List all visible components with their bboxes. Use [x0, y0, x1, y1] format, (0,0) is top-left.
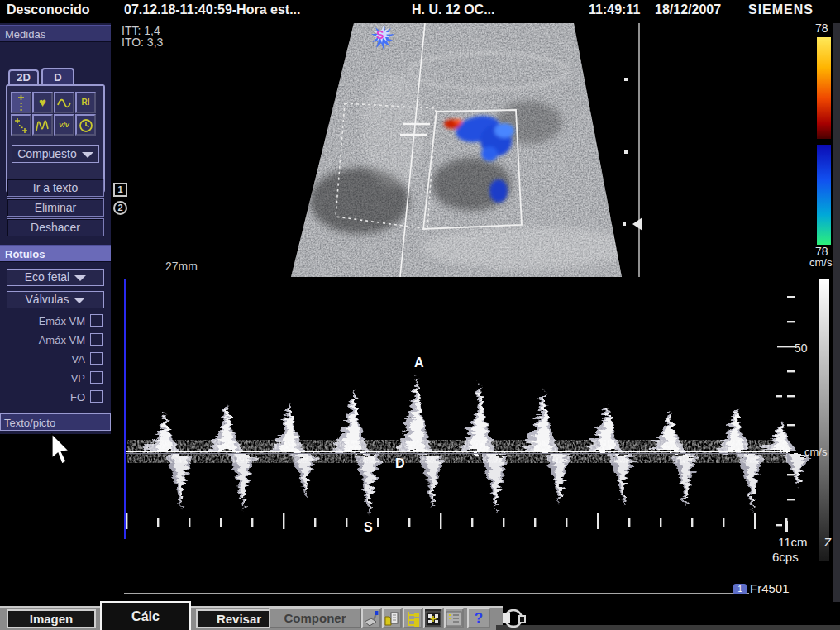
ri-icon: RI: [82, 98, 90, 107]
patient-name: Desconocido: [7, 2, 89, 17]
depth-mark-label: 27mm: [165, 260, 198, 273]
tab-doppler[interactable]: D: [41, 68, 74, 86]
bmode-image: [281, 23, 653, 278]
help-button[interactable]: ?: [467, 608, 490, 628]
trace-points-icon: [14, 117, 28, 134]
list-icon: [446, 610, 462, 628]
headset-button[interactable]: [499, 609, 527, 630]
velocity-tool-button[interactable]: [54, 92, 74, 113]
frame-number: Fr4501: [750, 581, 790, 595]
step-2-icon: 2: [113, 201, 127, 215]
measures-header: Medidas: [0, 25, 111, 42]
help-icon: ?: [475, 610, 483, 626]
goto-text-button[interactable]: Ir a texto: [7, 179, 104, 197]
bottom-strip: [496, 625, 840, 630]
stamp-icon: [363, 610, 379, 628]
tree-button[interactable]: [403, 608, 422, 628]
vv-ratio-icon: v/v: [59, 121, 69, 129]
clock-tool-button[interactable]: [75, 114, 96, 136]
velocity-scale-label: 50: [795, 341, 808, 355]
a-wave-label: A: [414, 356, 424, 370]
d-wave-label: D: [395, 456, 405, 471]
grayscale-bar: [819, 279, 829, 561]
color-scale-positive: [817, 37, 831, 139]
spectral-unit-label: cm/s: [804, 446, 827, 458]
caliper-tool-button[interactable]: [11, 92, 31, 113]
orientation-label: S: [376, 28, 384, 41]
compound-dropdown[interactable]: Compuesto: [12, 145, 99, 163]
clock-time: 11:49:11: [589, 2, 640, 17]
depth-readout: 11cm: [778, 535, 808, 549]
tab-imagen[interactable]: Imagen: [7, 609, 96, 628]
spectral-display: [0, 273, 840, 577]
color-scale-unit: cm/s: [809, 256, 832, 269]
list-button[interactable]: [444, 608, 464, 628]
hospital-name: H. U. 12 OC...: [412, 2, 494, 17]
frame-badge: 1: [733, 584, 747, 594]
mouse-cursor: [50, 433, 74, 466]
caliper-icon: [15, 95, 27, 112]
sweep-start-line: [124, 279, 126, 539]
undo-button[interactable]: Deshacer: [7, 218, 104, 236]
compound-dropdown-label: Compuesto: [17, 147, 77, 160]
brand-logo: SIEMENS: [748, 2, 814, 17]
step-1-icon: 1: [113, 183, 127, 197]
tree-icon: [404, 610, 421, 628]
heart-icon: ♥: [39, 95, 46, 109]
screen-edge: [833, 23, 840, 602]
vv-tool-button[interactable]: v/v: [54, 114, 74, 136]
study-id: 07.12.18-11:40:59-Hora est...: [124, 2, 300, 17]
tab-calc[interactable]: Cálc: [100, 601, 191, 630]
heart-tool-button[interactable]: ♥: [32, 92, 53, 113]
report-button[interactable]: [382, 608, 402, 628]
velocity-wave-icon: [57, 95, 71, 112]
stamp-button[interactable]: [361, 608, 381, 628]
frame-rate-readout: 6cps: [772, 550, 799, 564]
s-wave-label: S: [364, 520, 373, 535]
chevron-down-icon: [82, 152, 93, 158]
baseline[interactable]: [124, 451, 790, 452]
trace-tool-button[interactable]: [11, 114, 31, 136]
compose-grid-button[interactable]: [423, 608, 443, 628]
cine-bar[interactable]: [124, 593, 749, 594]
tab-componer[interactable]: Componer: [269, 608, 361, 628]
tab-2d[interactable]: 2D: [8, 69, 39, 84]
ito-readout: ITO: 3,3: [122, 36, 163, 49]
ri-tool-button[interactable]: RI: [75, 92, 96, 113]
headset-icon: [499, 609, 527, 628]
envelope-trace-icon: [36, 117, 50, 134]
ultrasound-screen: Desconocido 07.12.18-11:40:59-Hora est..…: [0, 0, 840, 630]
color-scale-negative: [817, 145, 831, 245]
focus-arrow-icon: [632, 217, 642, 231]
title-bar: Desconocido 07.12.18-11:40:59-Hora est..…: [0, 0, 840, 21]
zoom-flag: Z: [824, 535, 832, 549]
clock-icon: [79, 117, 93, 134]
delete-button[interactable]: Eliminar: [7, 198, 104, 217]
date: 18/12/2007: [655, 2, 721, 17]
labels-header: Rótulos: [0, 245, 111, 262]
compose-grid-icon: [425, 610, 441, 628]
envelope-tool-button[interactable]: [32, 114, 53, 136]
report-icon: [384, 610, 400, 628]
color-scale-top-value: 78: [815, 21, 828, 35]
